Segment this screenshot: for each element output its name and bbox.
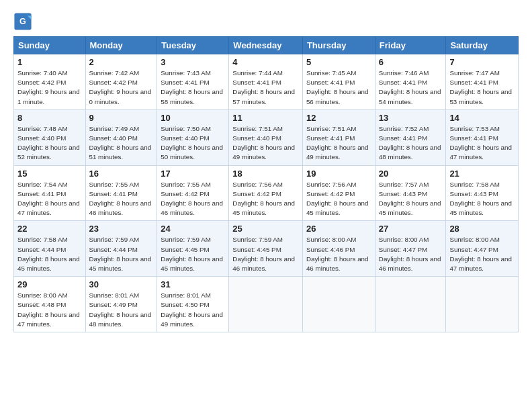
week-row-1: 1 Sunrise: 7:40 AMSunset: 4:42 PMDayligh… — [14, 54, 519, 110]
day-number: 30 — [89, 279, 154, 289]
day-cell: 17 Sunrise: 7:55 AMSunset: 4:42 PMDaylig… — [157, 165, 229, 221]
day-cell: 6 Sunrise: 7:46 AMSunset: 4:41 PMDayligh… — [375, 54, 446, 110]
day-number: 2 — [89, 57, 154, 67]
day-info: Sunrise: 8:00 AMSunset: 4:46 PMDaylight:… — [306, 235, 371, 273]
day-cell: 30 Sunrise: 8:01 AMSunset: 4:49 PMDaylig… — [85, 277, 157, 332]
day-cell: 29 Sunrise: 8:00 AMSunset: 4:48 PMDaylig… — [14, 277, 86, 332]
day-info: Sunrise: 8:01 AMSunset: 4:50 PMDaylight:… — [161, 291, 225, 329]
week-row-4: 22 Sunrise: 7:58 AMSunset: 4:44 PMDaylig… — [14, 221, 519, 277]
weekday-header-row: SundayMondayTuesdayWednesdayThursdayFrid… — [14, 37, 519, 54]
day-cell: 27 Sunrise: 8:00 AMSunset: 4:47 PMDaylig… — [375, 221, 446, 277]
day-cell — [229, 277, 303, 332]
day-cell: 11 Sunrise: 7:51 AMSunset: 4:40 PMDaylig… — [229, 109, 303, 165]
day-info: Sunrise: 8:01 AMSunset: 4:49 PMDaylight:… — [89, 291, 154, 329]
day-number: 21 — [449, 169, 515, 179]
day-cell: 7 Sunrise: 7:47 AMSunset: 4:41 PMDayligh… — [446, 54, 519, 110]
weekday-header-sunday: Sunday — [14, 37, 86, 54]
day-info: Sunrise: 7:54 AMSunset: 4:41 PMDaylight:… — [17, 180, 82, 218]
day-info: Sunrise: 7:45 AMSunset: 4:41 PMDaylight:… — [306, 68, 371, 107]
day-cell: 10 Sunrise: 7:50 AMSunset: 4:40 PMDaylig… — [157, 109, 229, 165]
day-number: 31 — [161, 279, 225, 289]
day-number: 22 — [17, 224, 82, 234]
day-number: 26 — [306, 224, 371, 234]
day-cell: 24 Sunrise: 7:59 AMSunset: 4:45 PMDaylig… — [157, 221, 229, 277]
day-cell — [375, 277, 446, 332]
day-number: 1 — [17, 57, 82, 67]
day-cell: 5 Sunrise: 7:45 AMSunset: 4:41 PMDayligh… — [302, 54, 375, 110]
day-number: 19 — [306, 169, 371, 179]
logo-icon: G — [13, 12, 32, 31]
day-cell: 19 Sunrise: 7:56 AMSunset: 4:42 PMDaylig… — [302, 165, 375, 221]
page: G SundayMondayTuesdayWednesdayThursdayFr… — [0, 0, 532, 411]
day-cell: 13 Sunrise: 7:52 AMSunset: 4:41 PMDaylig… — [375, 109, 446, 165]
day-cell: 22 Sunrise: 7:58 AMSunset: 4:44 PMDaylig… — [14, 221, 86, 277]
day-cell: 4 Sunrise: 7:44 AMSunset: 4:41 PMDayligh… — [229, 54, 303, 110]
day-number: 25 — [232, 224, 299, 234]
day-info: Sunrise: 7:40 AMSunset: 4:42 PMDaylight:… — [17, 68, 82, 107]
weekday-header-saturday: Saturday — [446, 37, 519, 54]
week-row-5: 29 Sunrise: 8:00 AMSunset: 4:48 PMDaylig… — [14, 277, 519, 332]
day-info: Sunrise: 7:55 AMSunset: 4:42 PMDaylight:… — [161, 180, 225, 218]
day-number: 18 — [232, 169, 299, 179]
day-number: 4 — [232, 57, 299, 67]
day-info: Sunrise: 8:00 AMSunset: 4:47 PMDaylight:… — [449, 235, 515, 273]
svg-text:G: G — [19, 17, 26, 26]
day-info: Sunrise: 7:59 AMSunset: 4:45 PMDaylight:… — [232, 235, 299, 273]
calendar: SundayMondayTuesdayWednesdayThursdayFrid… — [13, 36, 519, 332]
day-cell: 8 Sunrise: 7:48 AMSunset: 4:40 PMDayligh… — [14, 109, 86, 165]
day-number: 7 — [449, 57, 515, 67]
day-cell: 12 Sunrise: 7:51 AMSunset: 4:41 PMDaylig… — [302, 109, 375, 165]
day-number: 11 — [232, 113, 299, 123]
day-info: Sunrise: 7:58 AMSunset: 4:44 PMDaylight:… — [17, 235, 82, 273]
weekday-header-wednesday: Wednesday — [229, 37, 303, 54]
day-info: Sunrise: 7:57 AMSunset: 4:43 PMDaylight:… — [379, 180, 443, 218]
day-number: 10 — [161, 113, 225, 123]
weekday-header-tuesday: Tuesday — [157, 37, 229, 54]
day-number: 29 — [17, 279, 82, 289]
day-info: Sunrise: 7:52 AMSunset: 4:41 PMDaylight:… — [379, 124, 443, 163]
day-number: 17 — [161, 169, 225, 179]
day-info: Sunrise: 7:51 AMSunset: 4:41 PMDaylight:… — [306, 124, 371, 163]
day-info: Sunrise: 7:42 AMSunset: 4:42 PMDaylight:… — [89, 68, 154, 107]
day-info: Sunrise: 7:56 AMSunset: 4:42 PMDaylight:… — [306, 180, 371, 218]
weekday-header-thursday: Thursday — [302, 37, 375, 54]
day-number: 16 — [89, 169, 154, 179]
day-number: 14 — [449, 113, 515, 123]
day-info: Sunrise: 7:58 AMSunset: 4:43 PMDaylight:… — [449, 180, 515, 218]
day-cell: 26 Sunrise: 8:00 AMSunset: 4:46 PMDaylig… — [302, 221, 375, 277]
day-number: 8 — [17, 113, 82, 123]
day-cell: 2 Sunrise: 7:42 AMSunset: 4:42 PMDayligh… — [85, 54, 157, 110]
day-info: Sunrise: 7:48 AMSunset: 4:40 PMDaylight:… — [17, 124, 82, 163]
day-number: 28 — [449, 224, 515, 234]
day-info: Sunrise: 7:59 AMSunset: 4:44 PMDaylight:… — [89, 235, 154, 273]
day-info: Sunrise: 7:44 AMSunset: 4:41 PMDaylight:… — [232, 68, 299, 107]
day-info: Sunrise: 7:51 AMSunset: 4:40 PMDaylight:… — [232, 124, 299, 163]
day-cell: 16 Sunrise: 7:55 AMSunset: 4:41 PMDaylig… — [85, 165, 157, 221]
day-info: Sunrise: 7:55 AMSunset: 4:41 PMDaylight:… — [89, 180, 154, 218]
day-number: 23 — [89, 224, 154, 234]
day-number: 9 — [89, 113, 154, 123]
week-row-3: 15 Sunrise: 7:54 AMSunset: 4:41 PMDaylig… — [14, 165, 519, 221]
day-cell: 1 Sunrise: 7:40 AMSunset: 4:42 PMDayligh… — [14, 54, 86, 110]
day-cell: 25 Sunrise: 7:59 AMSunset: 4:45 PMDaylig… — [229, 221, 303, 277]
day-number: 24 — [161, 224, 225, 234]
day-number: 15 — [17, 169, 82, 179]
day-cell — [302, 277, 375, 332]
day-cell: 21 Sunrise: 7:58 AMSunset: 4:43 PMDaylig… — [446, 165, 519, 221]
day-info: Sunrise: 7:47 AMSunset: 4:41 PMDaylight:… — [449, 68, 515, 107]
day-info: Sunrise: 8:00 AMSunset: 4:47 PMDaylight:… — [379, 235, 443, 273]
day-cell: 23 Sunrise: 7:59 AMSunset: 4:44 PMDaylig… — [85, 221, 157, 277]
day-cell: 20 Sunrise: 7:57 AMSunset: 4:43 PMDaylig… — [375, 165, 446, 221]
day-cell: 28 Sunrise: 8:00 AMSunset: 4:47 PMDaylig… — [446, 221, 519, 277]
day-number: 27 — [379, 224, 443, 234]
day-cell — [446, 277, 519, 332]
day-number: 12 — [306, 113, 371, 123]
day-info: Sunrise: 7:46 AMSunset: 4:41 PMDaylight:… — [379, 68, 443, 107]
day-info: Sunrise: 7:50 AMSunset: 4:40 PMDaylight:… — [161, 124, 225, 163]
header: G — [13, 12, 519, 31]
day-cell: 9 Sunrise: 7:49 AMSunset: 4:40 PMDayligh… — [85, 109, 157, 165]
day-cell: 15 Sunrise: 7:54 AMSunset: 4:41 PMDaylig… — [14, 165, 86, 221]
day-info: Sunrise: 7:53 AMSunset: 4:41 PMDaylight:… — [449, 124, 515, 163]
weekday-header-friday: Friday — [375, 37, 446, 54]
day-info: Sunrise: 7:59 AMSunset: 4:45 PMDaylight:… — [161, 235, 225, 273]
